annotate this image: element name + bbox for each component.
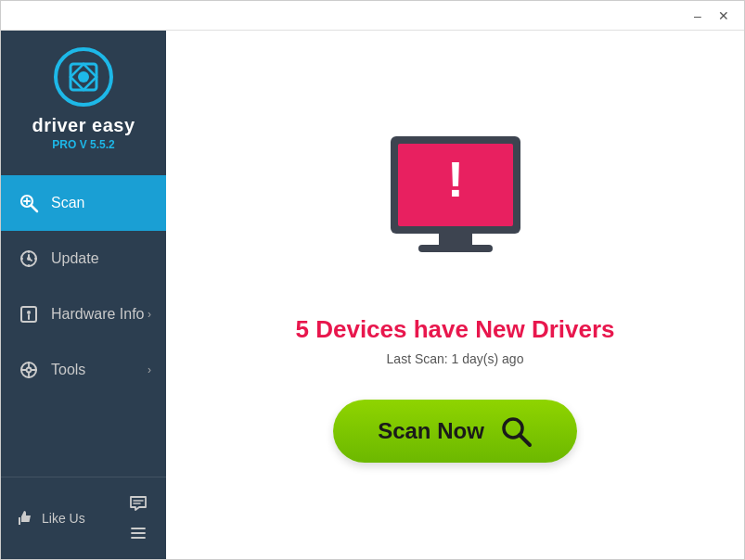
sidebar-item-scan[interactable]: Scan (1, 175, 166, 231)
sidebar-item-update-label: Update (51, 250, 99, 267)
sidebar-item-hardware-info[interactable]: Hardware Info › (1, 286, 166, 342)
sidebar-nav: Scan (1, 175, 166, 477)
list-icon (129, 524, 148, 542)
app-logo-icon (54, 47, 113, 107)
status-title: 5 Devices have New Drivers (296, 315, 615, 344)
main-layout: driver easy PRO V 5.5.2 Scan (1, 31, 744, 559)
update-icon (16, 246, 42, 272)
scan-now-button[interactable]: Scan Now (333, 400, 577, 463)
chat-icon (129, 494, 148, 513)
scan-icon (16, 190, 42, 216)
monitor-illustration: ! (363, 127, 548, 293)
tools-chevron-icon: › (148, 363, 151, 376)
sidebar-item-tools-label: Tools (51, 362, 85, 378)
scan-search-icon (499, 414, 533, 448)
svg-point-14 (27, 311, 31, 314)
app-window: – ✕ driver easy PRO V 5.5.2 (0, 0, 745, 560)
hardware-info-chevron-icon: › (148, 308, 151, 321)
app-name: driver easy (32, 114, 135, 136)
sidebar-footer: Like Us (1, 477, 166, 559)
title-bar: – ✕ (1, 1, 744, 31)
footer-icons (125, 490, 151, 546)
sidebar-item-update[interactable]: Update (1, 231, 166, 286)
monitor-svg: ! (363, 127, 548, 289)
sidebar-item-tools[interactable]: Tools › (1, 342, 166, 398)
tools-icon (16, 357, 42, 383)
hardware-info-icon (16, 301, 42, 327)
thumbs-up-icon (16, 509, 34, 528)
svg-rect-31 (418, 245, 493, 252)
list-icon-button[interactable] (125, 520, 151, 546)
main-content: ! 5 Devices have New Drivers Last Scan: … (166, 31, 744, 559)
scan-now-label: Scan Now (378, 418, 484, 444)
like-us-button[interactable]: Like Us (16, 509, 85, 528)
svg-point-8 (27, 257, 31, 261)
sidebar-item-scan-label: Scan (51, 195, 84, 211)
svg-text:!: ! (447, 151, 464, 207)
like-us-label: Like Us (42, 511, 85, 526)
minimize-button[interactable]: – (685, 5, 711, 27)
svg-point-2 (78, 71, 89, 83)
svg-rect-30 (439, 234, 472, 245)
svg-line-4 (32, 206, 38, 212)
sidebar: driver easy PRO V 5.5.2 Scan (1, 31, 166, 559)
sidebar-item-hardware-info-label: Hardware Info (51, 306, 145, 323)
sidebar-header: driver easy PRO V 5.5.2 (1, 31, 166, 166)
app-version: PRO V 5.5.2 (52, 138, 114, 151)
close-button[interactable]: ✕ (711, 5, 737, 27)
last-scan-text: Last Scan: 1 day(s) ago (387, 351, 524, 366)
svg-line-33 (520, 435, 530, 445)
chat-icon-button[interactable] (125, 490, 151, 516)
